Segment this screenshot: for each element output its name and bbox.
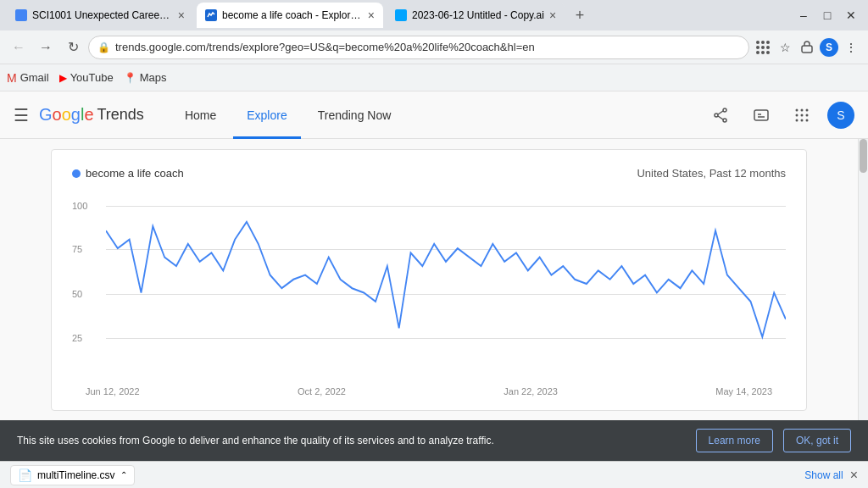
maximize-button[interactable]: □ (817, 5, 837, 25)
show-all-button[interactable]: Show all (804, 469, 843, 481)
tab2-close[interactable]: × (368, 8, 375, 22)
svg-point-12 (723, 119, 726, 122)
svg-point-7 (761, 51, 765, 54)
svg-point-8 (766, 51, 770, 54)
title-bar: SCI1001 Unexpected Careers Th... × becom… (0, 0, 868, 30)
extension-button[interactable] (797, 37, 817, 58)
svg-point-18 (796, 108, 798, 111)
tab-3[interactable]: 2023-06-12 Untitled - Copy.ai × (387, 3, 565, 28)
legend-range: United States, Past 12 months (637, 167, 786, 180)
learn-more-button[interactable]: Learn more (696, 429, 773, 452)
x-label-3: Jan 22, 2023 (504, 386, 558, 396)
cookie-banner: This site uses cookies from Google to de… (0, 420, 868, 461)
download-filename: multiTimeline.csv (37, 469, 115, 481)
lock-icon: 🔒 (97, 42, 110, 53)
trends-logo-text: Trends (97, 106, 144, 124)
apps-button[interactable] (787, 100, 817, 130)
svg-rect-15 (754, 110, 768, 120)
reload-button[interactable]: ↻ (61, 36, 85, 59)
new-tab-button[interactable]: + (568, 3, 592, 27)
svg-point-22 (801, 114, 804, 116)
chart-x-labels: Jun 12, 2022 Oct 2, 2022 Jan 22, 2023 Ma… (52, 381, 806, 396)
svg-point-24 (796, 119, 798, 121)
nav-explore[interactable]: Explore (233, 92, 300, 139)
svg-point-5 (766, 46, 770, 49)
x-label-2: Oct 2, 2022 (298, 386, 346, 396)
trends-nav: Home Explore Trending Now (171, 92, 705, 139)
google-logo: Google (39, 105, 94, 125)
tab-2[interactable]: become a life coach - Explore - G... × (197, 3, 383, 28)
trends-header-icons: S (705, 100, 854, 130)
trends-logo-container: Google Trends (39, 105, 144, 125)
address-bar[interactable]: 🔒 trends.google.com/trends/explore?geo=U… (88, 36, 749, 59)
url-text: trends.google.com/trends/explore?geo=US&… (115, 41, 740, 53)
y-label-100: 100 (72, 201, 87, 211)
share-button[interactable] (705, 100, 736, 130)
chart-card: become a life coach United States, Past … (51, 149, 807, 411)
nav-home[interactable]: Home (171, 92, 230, 139)
ok-got-it-button[interactable]: OK, got it (783, 429, 851, 452)
download-chevron-icon[interactable]: ⌃ (120, 470, 127, 480)
svg-point-4 (761, 46, 765, 49)
cookie-text: This site uses cookies from Google to de… (17, 435, 686, 446)
tab1-close[interactable]: × (178, 8, 185, 22)
svg-point-2 (766, 41, 770, 44)
tab-1[interactable]: SCI1001 Unexpected Careers Th... × (7, 3, 193, 28)
download-item: 📄 multiTimeline.csv ⌃ (10, 465, 135, 485)
chart-svg (106, 186, 786, 381)
svg-point-1 (761, 41, 765, 44)
youtube-icon: ▶ (59, 72, 67, 84)
tab2-favicon (205, 9, 217, 21)
bookmark-maps[interactable]: 📍 Maps (124, 71, 167, 84)
user-avatar[interactable]: S (827, 102, 854, 129)
nav-trending[interactable]: Trending Now (304, 92, 405, 139)
svg-point-0 (756, 41, 760, 44)
back-button[interactable]: ← (7, 36, 31, 59)
downloads-close-button[interactable]: × (850, 468, 858, 483)
maps-icon: 📍 (124, 72, 136, 84)
bookmark-youtube[interactable]: ▶ YouTube (59, 71, 114, 84)
svg-point-10 (723, 108, 726, 112)
legend-item: become a life coach (72, 167, 184, 180)
menu-button[interactable]: ⋮ (841, 37, 861, 58)
tab1-title: SCI1001 Unexpected Careers Th... (32, 9, 173, 21)
hamburger-menu[interactable]: ☰ (14, 105, 29, 125)
feedback-button[interactable] (746, 100, 776, 130)
svg-point-6 (756, 51, 760, 54)
bookmark-maps-label: Maps (140, 71, 167, 84)
bookmark-gmail[interactable]: M Gmail (7, 71, 49, 85)
nav-bar: ← → ↻ 🔒 trends.google.com/trends/explore… (0, 30, 868, 64)
legend-dot (72, 169, 81, 178)
bookmark-button[interactable]: ☆ (775, 37, 795, 58)
minimize-button[interactable]: – (793, 5, 814, 25)
svg-point-11 (715, 114, 718, 117)
svg-point-21 (796, 114, 798, 116)
chart-legend-row: become a life coach United States, Past … (52, 157, 806, 186)
svg-point-26 (806, 119, 809, 121)
tab3-close[interactable]: × (549, 8, 556, 22)
scrollbar-thumb[interactable] (860, 139, 867, 173)
bookmark-youtube-label: YouTube (70, 71, 114, 84)
x-label-4: May 14, 2023 (715, 386, 772, 396)
tab1-favicon (15, 9, 27, 21)
tab2-title: become a life coach - Explore - G... (222, 9, 363, 21)
forward-button[interactable]: → (34, 36, 58, 59)
y-label-50: 50 (72, 289, 82, 299)
svg-line-14 (718, 116, 723, 119)
svg-point-3 (756, 46, 760, 49)
y-label-75: 75 (72, 244, 82, 254)
tab3-title: 2023-06-12 Untitled - Copy.ai (412, 9, 544, 21)
y-label-25: 25 (72, 333, 82, 343)
nav-extra-buttons: ☆ S ⋮ (753, 37, 861, 58)
legend-label: become a life coach (86, 167, 184, 180)
profile-button[interactable]: S (819, 37, 839, 58)
tab3-favicon (395, 9, 407, 21)
svg-point-20 (806, 108, 809, 111)
svg-point-23 (806, 114, 809, 116)
trends-header: ☰ Google Trends Home Explore Trending No… (0, 92, 868, 139)
close-window-button[interactable]: ✕ (841, 5, 861, 25)
svg-point-19 (801, 108, 804, 111)
google-apps-button[interactable] (753, 37, 773, 58)
gmail-icon: M (7, 71, 17, 85)
svg-rect-9 (802, 46, 812, 53)
